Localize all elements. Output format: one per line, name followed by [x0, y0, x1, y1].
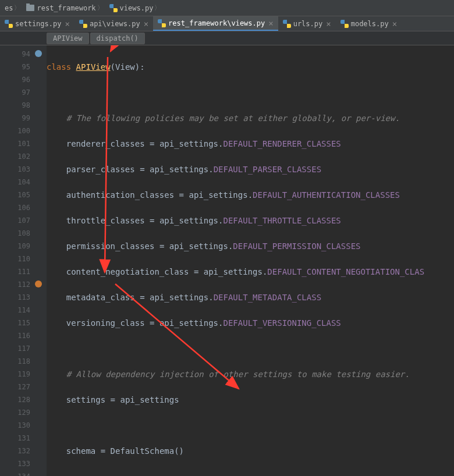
line-number: 116	[0, 329, 47, 342]
breadcrumb: es 〉 rest_framework 〉 views.py 〉	[0, 0, 454, 16]
close-icon[interactable]: ×	[144, 19, 148, 29]
chevron-right-icon: 〉	[97, 3, 104, 12]
line-number: 112	[0, 278, 47, 291]
line-number: 103	[0, 163, 47, 176]
chevron-right-icon: 〉	[154, 3, 161, 12]
line-number: 110	[0, 253, 47, 265]
tab-rest-framework-views[interactable]: rest_framework\views.py ×	[153, 16, 278, 31]
line-number: 104	[0, 176, 47, 189]
line-number: 100	[0, 125, 47, 137]
line-number: 119	[0, 368, 47, 381]
tab-models[interactable]: models.py ×	[336, 16, 402, 31]
editor: 94 95 96 97 98 99 100 101 102 103 104 10…	[0, 45, 454, 476]
line-number: 118	[0, 355, 47, 368]
context-bar: APIView dispatch()	[0, 31, 454, 45]
line-number: 97	[0, 86, 47, 99]
python-file-icon	[283, 20, 291, 28]
line-number: 98	[0, 99, 47, 112]
python-file-icon	[79, 20, 87, 28]
line-number: 115	[0, 317, 47, 329]
breadcrumb-file[interactable]: views.py 〉	[107, 3, 165, 12]
folder-icon	[26, 5, 34, 11]
line-number: 107	[0, 214, 47, 227]
python-file-icon	[158, 19, 166, 27]
python-file-icon	[5, 20, 13, 28]
line-number: 130	[0, 419, 47, 432]
tab-api-views[interactable]: api\views.py ×	[75, 16, 153, 31]
close-icon[interactable]: ×	[392, 19, 397, 29]
line-number: 108	[0, 227, 47, 240]
line-number: 109	[0, 240, 47, 253]
line-number: 134	[0, 470, 47, 476]
code-area[interactable]: class APIView(View): # The following pol…	[47, 45, 424, 476]
line-number: 133	[0, 457, 47, 470]
context-class[interactable]: APIView	[47, 33, 89, 44]
tab-urls[interactable]: urls.py ×	[278, 16, 336, 31]
line-number: 129	[0, 406, 47, 419]
line-number: 114	[0, 304, 47, 317]
line-number: 132	[0, 445, 47, 457]
tab-settings[interactable]: settings.py ×	[0, 16, 75, 31]
breadcrumb-folder[interactable]: rest_framework 〉	[24, 3, 107, 12]
line-number: 105	[0, 189, 47, 201]
line-number: 102	[0, 150, 47, 163]
close-icon[interactable]: ×	[268, 19, 273, 28]
python-file-icon	[109, 4, 118, 12]
implement-icon[interactable]	[35, 50, 42, 57]
line-number: 128	[0, 393, 47, 406]
line-number: 101	[0, 137, 47, 150]
breadcrumb-segment[interactable]: es 〉	[2, 3, 24, 12]
line-number: 111	[0, 265, 47, 278]
line-number: 94	[0, 48, 47, 61]
line-number: 106	[0, 201, 47, 214]
python-file-icon	[340, 20, 349, 28]
line-number: 99	[0, 112, 47, 125]
close-icon[interactable]: ×	[326, 19, 331, 29]
chevron-right-icon: 〉	[14, 3, 20, 12]
line-number: 127	[0, 381, 47, 393]
line-number: 95	[0, 61, 47, 73]
gutter: 94 95 96 97 98 99 100 101 102 103 104 10…	[0, 45, 47, 476]
line-number: 113	[0, 291, 47, 304]
close-icon[interactable]: ×	[65, 19, 69, 29]
context-method[interactable]: dispatch()	[90, 33, 145, 44]
editor-tabs: settings.py × api\views.py × rest_framew…	[0, 16, 454, 31]
line-number: 96	[0, 73, 47, 86]
line-number: 131	[0, 432, 47, 445]
override-icon[interactable]	[35, 280, 42, 287]
line-number: 117	[0, 342, 47, 355]
